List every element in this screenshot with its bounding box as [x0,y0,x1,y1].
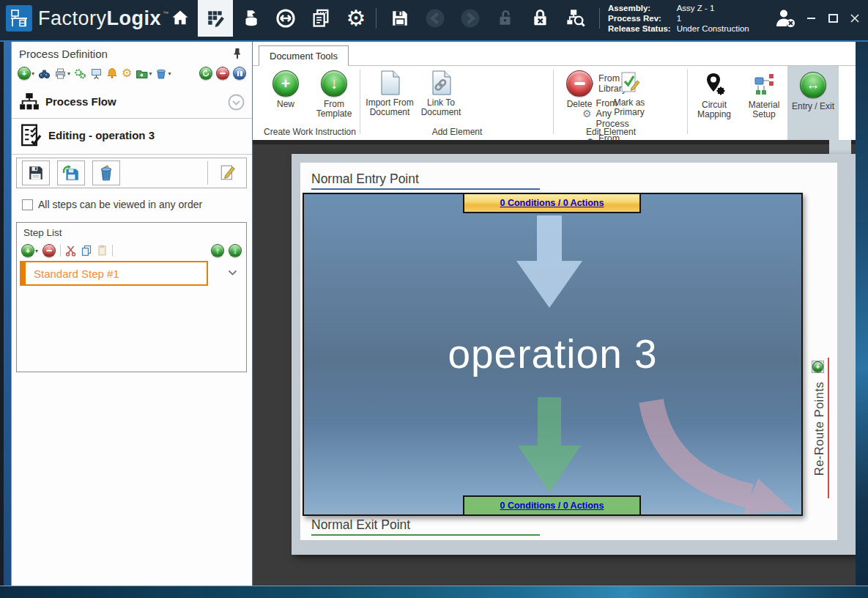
release-status-value: Under Construction [677,23,749,34]
tab-document-tools[interactable]: Document Tools [259,45,349,66]
import-document-icon [379,70,401,95]
process-modules-icon[interactable] [74,67,86,80]
panel-toolbar: +▾ ▾ ⚙ ▾ ▾ [18,67,246,80]
toolbar-divider [60,245,61,256]
exit-underline [311,534,540,536]
pin-icon[interactable] [231,48,243,59]
process-designer-icon[interactable] [198,0,233,37]
entry-exit-button[interactable]: ↔ Entry / Exit [787,66,839,140]
exit-conditions-link[interactable]: 0 Conditions / 0 Actions [500,501,604,511]
undo-back-icon[interactable] [418,0,453,37]
move-step-up-button[interactable]: ↑ [211,244,224,257]
step-expand-chevron-icon[interactable] [228,270,237,276]
entry-conditions-badge[interactable]: 0 Conditions / 0 Actions [463,193,641,213]
hold-button[interactable] [233,67,246,80]
delete-trash-button[interactable]: ▾ [155,67,171,80]
save-step-button[interactable] [22,160,50,185]
window-minimize-button[interactable] [805,12,817,24]
from-template-button[interactable]: ↓ From Template [307,70,361,119]
lock-discard-icon[interactable] [523,0,558,37]
circuit-mapping-button[interactable]: Circuit Mapping [689,66,739,140]
window-border-right [856,42,868,586]
ribbon-group-add-element: Import From Document Link To Document [363,66,552,140]
redo-forward-icon[interactable] [453,0,488,37]
step-list-item[interactable]: Standard Step #1 [20,261,208,286]
save-and-close-button[interactable] [57,160,85,185]
divider [12,154,252,155]
mark-primary-icon [618,70,640,95]
entry-exit-page: Normal Entry Point operation 3 0 Conditi… [300,163,837,540]
material-setup-icon [752,72,776,97]
user-logout-icon[interactable] [768,0,803,37]
ribbon-divider [360,70,360,134]
collapse-section-icon[interactable] [228,94,245,111]
mark-as-primary-button[interactable]: Mark as Primary [603,70,656,117]
toolbar-divider [112,245,113,256]
ribbon-group-create-work-instruction: + New ↓ From Template Create Work Instru… [259,66,361,140]
notification-bell-icon[interactable] [106,67,118,80]
window-close-button[interactable] [849,12,861,24]
entry-exit-tab-flap [829,140,851,155]
activate-button[interactable] [199,67,212,80]
unlock-icon[interactable] [488,0,523,37]
new-icon: + [272,70,299,97]
settings-gear-icon[interactable]: ⚙ [338,0,374,37]
add-step-button[interactable]: +▾ [21,244,38,257]
delete-element-button[interactable]: Delete [556,70,603,109]
save-icon[interactable] [382,0,418,37]
new-button[interactable]: + New [259,70,313,109]
process-canvas: Normal Entry Point operation 3 0 Conditi… [253,140,856,586]
toolbar-divider [207,161,208,185]
dropdown-caret-icon[interactable]: ▾ [31,70,34,77]
process-info: Assembly: Process Rev: Release Status: A… [608,3,749,34]
deactivate-button[interactable] [216,67,229,80]
editing-checklist-icon [19,123,42,148]
brand-light: Factory [38,7,107,30]
user-area [768,0,803,37]
find-icon[interactable] [38,67,51,80]
ribbon-divider [553,70,554,134]
step-list-title: Step List [23,227,62,238]
find-process-icon[interactable] [558,0,593,37]
presentation-icon[interactable] [90,67,103,80]
process-flow-section: Process Flow [12,89,252,117]
any-order-checkbox[interactable] [22,199,33,210]
dropdown-caret-icon[interactable]: ▾ [35,248,38,254]
entry-exit-icon: ↔ [800,72,826,98]
from-template-icon: ↓ [321,70,347,97]
ribbon-group-edit-element: Delete Mark as Primary Edit Element [556,66,666,140]
export-folder-button[interactable]: ▾ [136,67,152,80]
edit-step-button[interactable] [214,160,242,185]
app-title: FactoryLogix™ [38,0,169,37]
discard-step-button[interactable] [92,160,120,185]
data-import-icon[interactable] [233,0,268,37]
entry-conditions-link[interactable]: 0 Conditions / 0 Actions [500,198,604,208]
entry-underline [311,188,540,190]
dropdown-caret-icon[interactable]: ▾ [149,70,152,77]
link-to-document-button[interactable]: Link To Document [414,70,468,117]
navigate-icon[interactable] [268,0,303,37]
panel-title: Process Definition [19,48,108,60]
add-process-button[interactable]: +▾ [18,67,34,80]
dropdown-caret-icon[interactable]: ▾ [67,70,70,77]
cut-step-button[interactable] [65,244,76,257]
process-settings-gear-icon[interactable]: ⚙ [122,67,132,80]
material-setup-button[interactable]: Material Setup [739,66,789,140]
copy-step-button[interactable] [81,244,92,257]
process-rev-label: Process Rev: [608,13,671,23]
window-accent-strip [0,37,868,42]
dropdown-caret-icon[interactable]: ▾ [168,70,171,77]
print-button[interactable]: ▾ [54,67,70,80]
window-maximize-button[interactable] [827,12,839,24]
move-step-down-button[interactable]: ↓ [229,244,242,257]
documents-icon[interactable] [303,0,338,37]
group-label: Create Work Instruction [259,127,361,137]
import-from-document-button[interactable]: Import From Document [363,70,417,117]
operation-node[interactable]: operation 3 0 Conditions / 0 Actions 0 C… [303,193,803,516]
paste-step-button[interactable] [97,244,108,257]
exit-conditions-badge[interactable]: 0 Conditions / 0 Actions [463,495,641,516]
delete-icon [566,70,593,97]
home-icon[interactable] [163,0,198,37]
group-label: Add Element [363,127,552,137]
remove-step-button[interactable] [42,244,56,257]
